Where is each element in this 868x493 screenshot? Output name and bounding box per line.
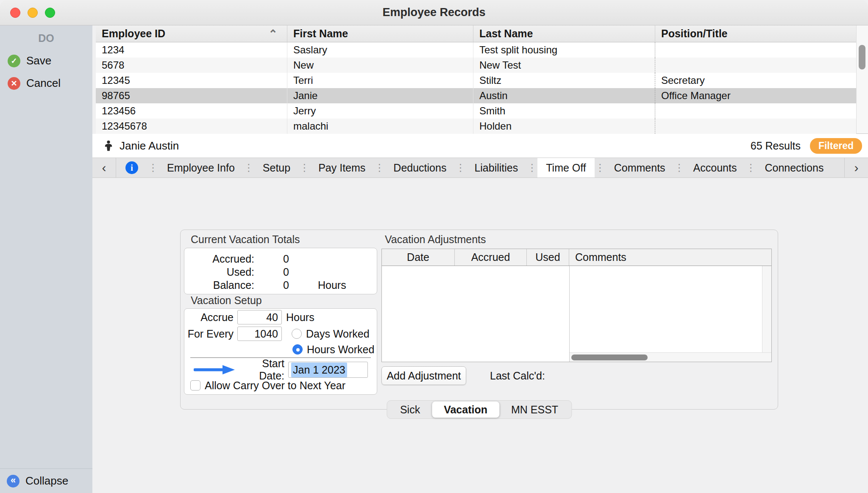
tab-connections[interactable]: Connections xyxy=(756,158,832,177)
minimize-window-button[interactable] xyxy=(28,8,38,18)
segment-vacation[interactable]: Vacation xyxy=(432,402,499,418)
accrue-hours-input[interactable]: 40 xyxy=(237,310,282,324)
adj-column-used: Used xyxy=(527,249,569,266)
table-row[interactable]: 123456 Jerry Smith xyxy=(96,103,856,119)
tab-accounts[interactable]: Accounts xyxy=(685,158,746,177)
tab-time-off[interactable]: Time Off xyxy=(537,158,594,177)
save-button[interactable]: ✓ Save xyxy=(0,50,92,72)
window-controls xyxy=(10,8,55,18)
used-row: Used: 0 xyxy=(184,266,377,279)
close-window-button[interactable] xyxy=(10,8,20,18)
hours-worked-radio[interactable] xyxy=(292,344,303,355)
table-scrollbar-thumb[interactable] xyxy=(859,45,865,69)
current-vacation-totals-label: Current Vacation Totals xyxy=(191,233,300,246)
segment-sick[interactable]: Sick xyxy=(388,402,432,418)
tabs-scroll-right-button[interactable]: › xyxy=(844,158,868,177)
employee-table-header: Employee ID ⌃ First Name Last Name Posit… xyxy=(96,25,856,42)
titlebar: Employee Records xyxy=(0,0,868,25)
adj-column-accrued: Accrued xyxy=(455,249,527,266)
info-icon: i xyxy=(125,161,138,174)
accrue-row: Accrue 40 Hours xyxy=(184,310,377,325)
comments-pane[interactable] xyxy=(569,266,771,362)
chevron-right-icon: › xyxy=(854,161,859,175)
table-row-selected[interactable]: 98765 Janie Austin Office Manager xyxy=(96,88,856,103)
employee-icon xyxy=(103,140,114,152)
comments-horizontal-scrollbar[interactable] xyxy=(570,352,771,362)
column-header-employee-id[interactable]: Employee ID ⌃ xyxy=(96,25,287,42)
table-row[interactable]: 1234 Saslary Test split housing xyxy=(96,42,856,58)
tab-liabilities[interactable]: Liabilities xyxy=(466,158,526,177)
tabs-scroll-left-button[interactable]: ‹ xyxy=(92,158,116,177)
tab-comments[interactable]: Comments xyxy=(606,158,674,177)
carry-over-checkbox[interactable] xyxy=(190,380,200,391)
tab-employee-info[interactable]: Employee Info xyxy=(159,158,243,177)
selected-employee-name: Janie Austin xyxy=(120,139,179,152)
for-every-label: For Every xyxy=(184,328,234,340)
table-row[interactable]: 12345 Terri Stiltz Secretary xyxy=(96,73,856,88)
time-off-type-segmented-control: Sick Vacation MN ESST xyxy=(387,400,572,419)
tab-separator-icon: ⋮ xyxy=(147,158,159,177)
employee-info-button[interactable]: i xyxy=(116,158,147,177)
table-row[interactable]: 12345678 malachi Holden xyxy=(96,119,856,134)
tab-separator-icon: ⋮ xyxy=(243,158,254,177)
window-title: Employee Records xyxy=(382,6,485,19)
adjustments-table-body[interactable] xyxy=(382,266,771,362)
comments-vertical-scrollbar[interactable] xyxy=(762,266,771,352)
balance-label: Balance: xyxy=(184,279,254,291)
days-worked-radio[interactable] xyxy=(292,329,302,339)
start-date-row: Start Date: Jan 1 2023 xyxy=(184,361,377,378)
used-label: Used: xyxy=(184,266,254,278)
selection-status-bar: Janie Austin 65 Results Filtered xyxy=(92,134,868,158)
column-header-position-title[interactable]: Position/Title xyxy=(655,25,856,42)
chevron-left-icon: ‹ xyxy=(102,161,106,175)
vacation-adjustments-label: Vacation Adjustments xyxy=(385,233,486,246)
adj-column-date: Date xyxy=(382,249,455,266)
adj-column-comments: Comments xyxy=(569,249,771,266)
comments-scrollbar-thumb[interactable] xyxy=(571,355,648,360)
collapse-label: Collapse xyxy=(25,474,68,487)
add-adjustment-button[interactable]: Add Adjustment xyxy=(381,366,466,385)
adjustments-table-header: Date Accrued Used Comments xyxy=(382,249,771,266)
cancel-button[interactable]: ✕ Cancel xyxy=(0,72,92,94)
vacation-setup-box: Accrue 40 Hours For Every 1040 Days Work… xyxy=(184,308,377,395)
accrued-row: Accrued: 0 xyxy=(184,252,377,266)
time-off-panel: Current Vacation Totals Accrued: 0 Used:… xyxy=(92,178,868,493)
tab-pay-items[interactable]: Pay Items xyxy=(310,158,374,177)
column-header-first-name[interactable]: First Name xyxy=(287,25,473,42)
employee-table: Employee ID ⌃ First Name Last Name Posit… xyxy=(96,25,856,134)
tab-separator-icon: ⋮ xyxy=(455,158,466,177)
employee-records-window: Employee Records DO ✓ Save ✕ Cancel « Co… xyxy=(0,0,868,493)
accrue-unit-label: Hours xyxy=(286,311,314,324)
tab-separator-icon: ⋮ xyxy=(299,158,310,177)
cancel-x-icon: ✕ xyxy=(8,77,20,90)
tab-separator-icon: ⋮ xyxy=(526,158,537,177)
accrued-value: 0 xyxy=(254,253,318,265)
tab-separator-icon: ⋮ xyxy=(374,158,385,177)
tab-separator-icon: ⋮ xyxy=(745,158,756,177)
start-date-input[interactable]: Jan 1 2023 xyxy=(288,362,368,378)
hours-worked-label: Hours Worked xyxy=(307,343,374,356)
tab-separator-icon: ⋮ xyxy=(595,158,606,177)
table-vertical-scrollbar[interactable] xyxy=(856,25,868,134)
balance-unit-label: Hours xyxy=(318,279,377,291)
sidebar-header: DO xyxy=(0,25,92,50)
save-check-icon: ✓ xyxy=(8,55,20,67)
column-header-last-name[interactable]: Last Name xyxy=(473,25,655,42)
cancel-label: Cancel xyxy=(26,77,61,90)
attention-arrow-icon xyxy=(194,364,236,375)
tab-setup[interactable]: Setup xyxy=(254,158,299,177)
accrue-label: Accrue xyxy=(184,311,234,324)
filtered-badge[interactable]: Filtered xyxy=(810,138,862,154)
last-calcd-label: Last Calc'd: xyxy=(490,370,545,382)
start-date-selected-text: Jan 1 2023 xyxy=(291,363,347,377)
for-every-input[interactable]: 1040 xyxy=(237,327,282,341)
collapse-sidebar-button[interactable]: « Collapse xyxy=(0,468,92,493)
segment-mn-esst[interactable]: MN ESST xyxy=(499,402,570,418)
collapse-icon: « xyxy=(7,475,19,487)
table-row[interactable]: 5678 New New Test xyxy=(96,58,856,73)
days-worked-label: Days Worked xyxy=(306,328,370,340)
save-label: Save xyxy=(26,54,51,67)
tab-deductions[interactable]: Deductions xyxy=(385,158,455,177)
carry-over-row: Allow Carry Over to Next Year xyxy=(184,378,377,393)
zoom-window-button[interactable] xyxy=(45,8,55,18)
